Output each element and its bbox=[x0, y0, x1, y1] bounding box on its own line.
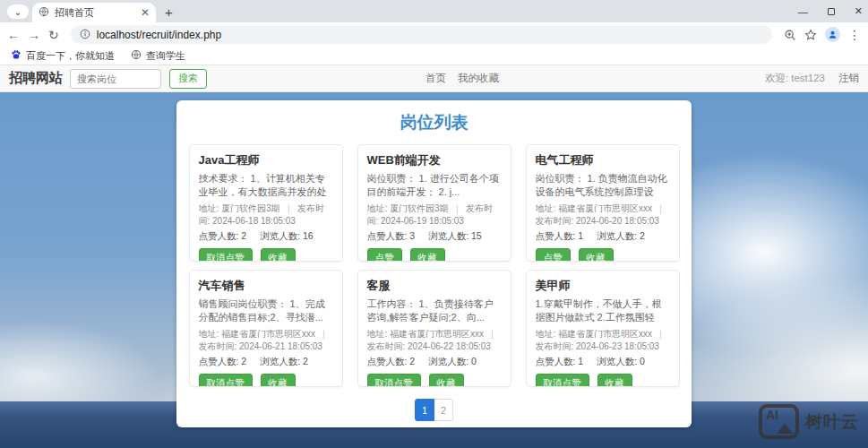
restore-button[interactable] bbox=[828, 6, 835, 17]
likes-stat: 点赞人数: 1 bbox=[536, 356, 584, 368]
likes-count: 1 bbox=[578, 230, 583, 241]
forward-button[interactable]: → bbox=[28, 29, 40, 41]
job-card: 电气工程师 岗位职责： 1. 负责物流自动化设备的电气系统控制原理设计... 地… bbox=[526, 144, 680, 262]
likes-count: 1 bbox=[578, 356, 583, 366]
like-toggle-button[interactable]: 点赞 bbox=[367, 248, 402, 262]
job-description: 工作内容： 1、负责接待客户咨询,解答客户疑问;2、向... bbox=[367, 297, 502, 323]
job-description: 销售顾问岗位职责： 1、完成分配的销售目标;2、寻找潜... bbox=[199, 297, 333, 323]
tab-close-icon[interactable]: ✕ bbox=[141, 7, 150, 18]
bookmark-baidu[interactable]: 百度一下，你就知道 bbox=[11, 49, 115, 63]
views-label: 浏览人数: bbox=[260, 230, 300, 241]
back-button[interactable]: ← bbox=[7, 29, 20, 41]
job-stats: 点赞人数: 2 浏览人数: 16 bbox=[199, 230, 333, 243]
like-toggle-button[interactable]: 点赞 bbox=[536, 248, 571, 262]
nav-item-favorites[interactable]: 我的收藏 bbox=[458, 72, 499, 85]
job-meta: 地址: 厦门软件园3期 ｜ 发布时间: 2024-06-18 18:05:03 bbox=[199, 202, 333, 227]
menu-dots-icon[interactable]: ⋮ bbox=[848, 29, 861, 41]
address-label: 地址: bbox=[367, 329, 388, 339]
publish-time-value: 2024-06-19 18:05:03 bbox=[381, 216, 464, 226]
likes-count: 2 bbox=[409, 356, 415, 366]
logout-link[interactable]: 注销 bbox=[838, 72, 859, 85]
job-description: 技术要求： 1、计算机相关专业毕业，有大数据高并发的处理经... bbox=[199, 172, 333, 198]
bookmarks-bar: 百度一下，你就知道 查询学生 bbox=[0, 47, 868, 65]
address-value: 厦门软件园3期 bbox=[390, 203, 449, 213]
globe-favicon-icon bbox=[39, 4, 49, 21]
favorite-button[interactable]: 收藏 bbox=[261, 248, 296, 262]
like-toggle-button[interactable]: 取消点赞 bbox=[367, 374, 421, 387]
address-value: 福建省厦门市思明区xxx bbox=[390, 329, 484, 339]
job-stats: 点赞人数: 2 浏览人数: 0 bbox=[367, 356, 502, 368]
search-input[interactable] bbox=[70, 69, 161, 89]
tab-search-button[interactable]: ⌄ bbox=[7, 4, 29, 19]
favorite-button[interactable]: 收藏 bbox=[429, 374, 464, 387]
ai-image-icon: AI bbox=[759, 404, 799, 439]
job-stats: 点赞人数: 1 浏览人数: 2 bbox=[536, 230, 670, 243]
reload-button[interactable]: ↻ bbox=[48, 29, 59, 41]
top-nav: 首页 我的收藏 bbox=[425, 72, 499, 85]
job-meta: 地址: 厦门软件园3期 ｜ 发布时间: 2024-06-19 18:05:03 bbox=[367, 202, 502, 227]
job-actions: 取消点赞 收藏 bbox=[199, 248, 333, 262]
nav-item-home[interactable]: 首页 bbox=[425, 72, 446, 85]
site-brand: 招聘网站 bbox=[9, 70, 63, 87]
profile-avatar[interactable] bbox=[825, 27, 840, 42]
address-value: 福建省厦门市思明区xxx bbox=[558, 203, 652, 213]
window-controls: — ✕ bbox=[798, 0, 863, 22]
address-bar[interactable]: localhost/recruit/index.php bbox=[71, 25, 772, 44]
address-value: 福建省厦门市思明区xxx bbox=[558, 329, 652, 339]
favorite-button[interactable]: 收藏 bbox=[410, 248, 445, 262]
views-count: 0 bbox=[471, 356, 477, 366]
like-toggle-button[interactable]: 取消点赞 bbox=[199, 248, 253, 262]
page-title: 岗位列表 bbox=[176, 111, 692, 134]
job-card: 美甲师 1.穿戴甲制作，不做人手，根据图片做款式 2.工作氛围轻松... 地址:… bbox=[526, 270, 680, 387]
job-description: 岗位职责： 1. 负责物流自动化设备的电气系统控制原理设计... bbox=[536, 172, 670, 198]
favorite-button[interactable]: 收藏 bbox=[261, 374, 296, 387]
views-label: 浏览人数: bbox=[597, 230, 637, 241]
favorite-button[interactable]: 收藏 bbox=[597, 374, 632, 387]
url-text: localhost/recruit/index.php bbox=[97, 29, 221, 41]
views-count: 0 bbox=[640, 356, 645, 366]
views-count: 15 bbox=[471, 230, 482, 241]
address-value: 福建省厦门市思明区xxx bbox=[221, 329, 315, 339]
new-tab-button[interactable]: + bbox=[165, 5, 173, 19]
job-list-panel: 岗位列表 Java工程师 技术要求： 1、计算机相关专业毕业，有大数据高并发的处… bbox=[176, 100, 692, 427]
likes-label: 点赞人数: bbox=[367, 230, 408, 241]
job-title: 电气工程师 bbox=[536, 152, 670, 168]
info-icon[interactable] bbox=[80, 27, 90, 43]
zoom-icon[interactable] bbox=[784, 29, 796, 41]
restore-icon bbox=[828, 8, 835, 15]
chevron-down-icon: ⌄ bbox=[14, 7, 21, 17]
meta-divider: ｜ bbox=[657, 203, 666, 213]
address-label: 地址: bbox=[536, 203, 556, 213]
search-button[interactable]: 搜索 bbox=[169, 69, 207, 89]
views-stat: 浏览人数: 15 bbox=[428, 230, 482, 243]
views-stat: 浏览人数: 2 bbox=[597, 230, 645, 243]
job-stats: 点赞人数: 3 浏览人数: 15 bbox=[367, 230, 502, 243]
bookmark-students[interactable]: 查询学生 bbox=[131, 49, 185, 63]
likes-stat: 点赞人数: 2 bbox=[199, 356, 247, 368]
job-actions: 点赞 收藏 bbox=[367, 248, 502, 262]
pagination-page-1[interactable]: 1 bbox=[415, 399, 434, 421]
publish-time-value: 2024-06-22 18:05:03 bbox=[408, 341, 491, 351]
mountain-icon bbox=[777, 424, 793, 434]
views-label: 浏览人数: bbox=[597, 356, 637, 366]
job-actions: 取消点赞 收藏 bbox=[367, 374, 502, 387]
address-label: 地址: bbox=[199, 329, 219, 339]
publish-time-label: 发布时间: bbox=[367, 341, 406, 351]
watermark-text: 树叶云 bbox=[805, 410, 859, 434]
tab-title: 招聘首页 bbox=[55, 6, 135, 20]
like-toggle-button[interactable]: 取消点赞 bbox=[536, 374, 589, 387]
browser-toolbar: ← → ↻ localhost/recruit/index.php ⋮ bbox=[0, 22, 868, 47]
pagination-page-2[interactable]: 2 bbox=[434, 399, 453, 421]
likes-count: 3 bbox=[409, 230, 415, 241]
meta-divider: ｜ bbox=[452, 203, 461, 213]
globe-icon bbox=[131, 49, 142, 62]
meta-divider: ｜ bbox=[488, 329, 497, 339]
minimize-button[interactable]: — bbox=[798, 6, 808, 17]
bookmark-star-icon[interactable] bbox=[804, 29, 817, 41]
page-background: 岗位列表 Java工程师 技术要求： 1、计算机相关专业毕业，有大数据高并发的处… bbox=[0, 92, 868, 448]
close-window-button[interactable]: ✕ bbox=[855, 5, 863, 17]
like-toggle-button[interactable]: 取消点赞 bbox=[199, 374, 253, 387]
likes-count: 2 bbox=[241, 230, 246, 241]
browser-tab[interactable]: 招聘首页 ✕ bbox=[32, 3, 156, 22]
favorite-button[interactable]: 收藏 bbox=[579, 248, 614, 262]
